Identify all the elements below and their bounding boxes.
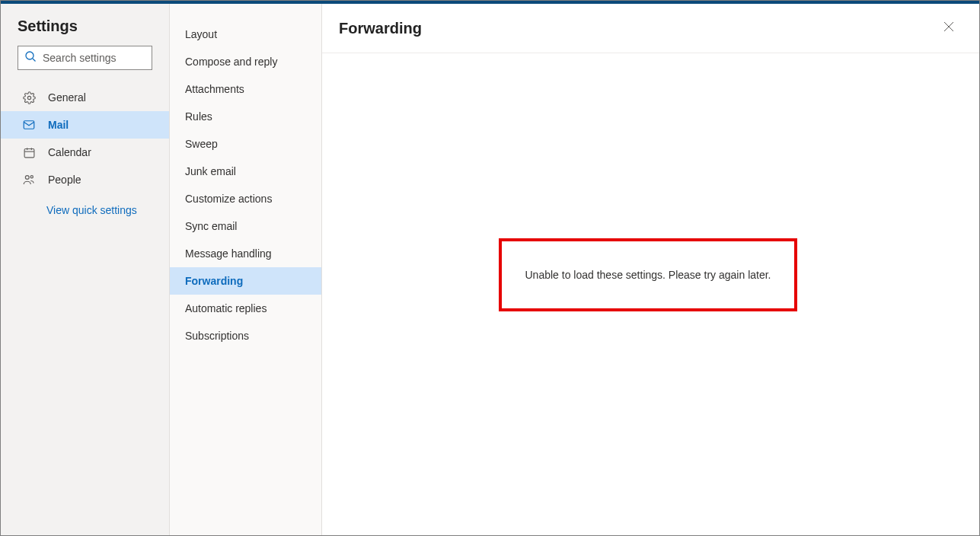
- subnav-item-subscriptions[interactable]: Subscriptions: [170, 322, 321, 349]
- subnav-item-label: Customize actions: [185, 193, 272, 205]
- content-header: Forwarding: [322, 4, 979, 53]
- svg-line-1: [33, 59, 36, 62]
- subnav-item-label: Junk email: [185, 165, 236, 177]
- subnav-item-junk-email[interactable]: Junk email: [170, 158, 321, 185]
- content-title: Forwarding: [339, 20, 422, 37]
- subnav-item-rules[interactable]: Rules: [170, 103, 321, 130]
- subnav-item-label: Automatic replies: [185, 302, 267, 314]
- view-quick-settings-link[interactable]: View quick settings: [1, 193, 169, 216]
- svg-point-2: [27, 96, 30, 99]
- subnav-item-forwarding[interactable]: Forwarding: [170, 267, 321, 295]
- subnav-item-attachments[interactable]: Attachments: [170, 75, 321, 103]
- subnav-item-label: Layout: [185, 28, 217, 40]
- subnav-item-label: Rules: [185, 110, 212, 123]
- calendar-icon: [22, 145, 36, 159]
- main-layout: Settings: [1, 4, 979, 535]
- primary-nav-list: General Mail: [1, 79, 169, 216]
- subnav-item-layout[interactable]: Layout: [170, 21, 321, 48]
- content-column: Forwarding Unable to load these settings…: [322, 4, 979, 535]
- subnav-item-message-handling[interactable]: Message handling: [170, 240, 321, 267]
- subnav-item-customize-actions[interactable]: Customize actions: [170, 185, 321, 212]
- error-message: Unable to load these settings. Please tr…: [525, 269, 771, 281]
- settings-dialog: Settings: [0, 0, 980, 536]
- subnav-item-label: Sweep: [185, 138, 218, 150]
- subnav-item-label: Sync email: [185, 220, 237, 232]
- nav-item-people[interactable]: People: [1, 166, 169, 193]
- nav-item-label: Calendar: [48, 146, 91, 158]
- subnav-item-label: Forwarding: [185, 275, 243, 287]
- search-input[interactable]: [43, 52, 145, 64]
- subnav-item-automatic-replies[interactable]: Automatic replies: [170, 295, 321, 322]
- nav-item-calendar[interactable]: Calendar: [1, 139, 169, 166]
- settings-title: Settings: [1, 18, 169, 46]
- people-icon: [22, 173, 36, 187]
- search-box[interactable]: [18, 46, 152, 70]
- nav-item-label: People: [48, 174, 81, 186]
- subnav-item-sweep[interactable]: Sweep: [170, 130, 321, 158]
- subnav-item-sync-email[interactable]: Sync email: [170, 212, 321, 240]
- subnav-item-label: Subscriptions: [185, 330, 249, 342]
- search-container: [1, 46, 169, 79]
- nav-item-general[interactable]: General: [1, 84, 169, 111]
- subnav-item-label: Attachments: [185, 83, 244, 95]
- mail-icon: [22, 118, 36, 132]
- secondary-nav-column: Layout Compose and reply Attachments Rul…: [170, 4, 322, 535]
- subnav-item-label: Message handling: [185, 247, 272, 260]
- svg-point-11: [25, 176, 29, 180]
- svg-point-0: [26, 52, 34, 59]
- nav-item-label: Mail: [48, 119, 69, 131]
- content-body: Unable to load these settings. Please tr…: [322, 53, 979, 535]
- nav-item-mail[interactable]: Mail: [1, 111, 169, 139]
- svg-point-12: [30, 176, 33, 178]
- search-icon: [24, 50, 37, 65]
- primary-nav-column: Settings: [1, 4, 170, 535]
- close-button[interactable]: [938, 18, 959, 39]
- svg-rect-4: [24, 148, 34, 157]
- gear-icon: [22, 91, 36, 104]
- nav-item-label: General: [48, 91, 86, 104]
- subnav-item-label: Compose and reply: [185, 56, 277, 68]
- error-callout: Unable to load these settings. Please tr…: [499, 238, 797, 311]
- subnav-item-compose-and-reply[interactable]: Compose and reply: [170, 48, 321, 75]
- svg-rect-3: [24, 121, 34, 129]
- close-icon: [943, 21, 954, 35]
